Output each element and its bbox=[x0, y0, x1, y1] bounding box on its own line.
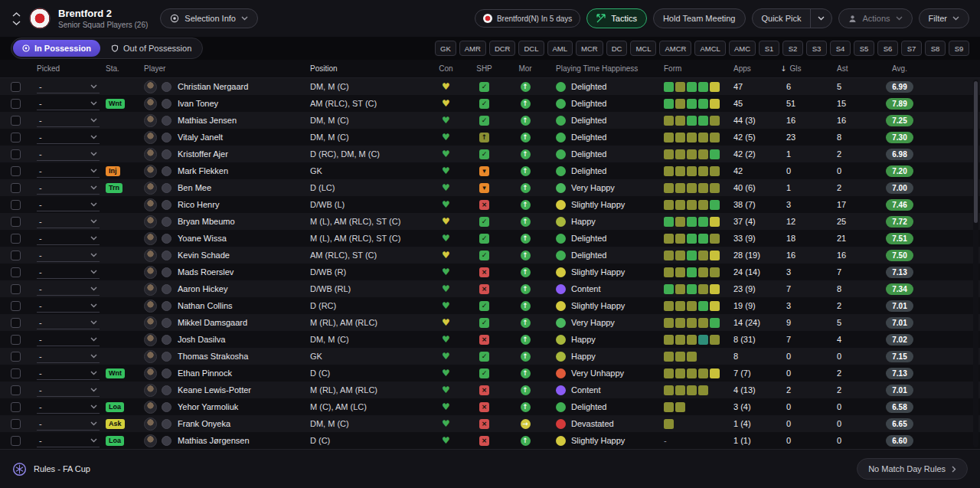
col-sharpness[interactable]: SHP bbox=[463, 60, 505, 77]
table-row[interactable]: - Christian Nergaard DM, M (C) ♥ ✓ ↑ Del… bbox=[0, 78, 980, 95]
chevron-up-icon[interactable] bbox=[12, 12, 21, 17]
col-picked[interactable]: Picked bbox=[31, 60, 104, 77]
table-row[interactable]: - Thomas Strakosha GK ♥ ✓ ↑ Happy 8 0 0 … bbox=[0, 348, 980, 365]
position-filter-s7[interactable]: S7 bbox=[901, 41, 922, 56]
position-filter-gk[interactable]: GK bbox=[435, 41, 456, 56]
picked-dropdown[interactable]: - bbox=[37, 97, 100, 110]
row-checkbox[interactable] bbox=[11, 200, 21, 210]
col-average-rating[interactable]: Avg. bbox=[869, 60, 930, 77]
row-checkbox[interactable] bbox=[11, 385, 21, 395]
club-crest-icon[interactable] bbox=[29, 8, 51, 29]
position-filter-dc[interactable]: DC bbox=[606, 41, 628, 56]
actions-button[interactable]: Actions bbox=[838, 8, 912, 28]
table-row[interactable]: - Nathan Collins D (RC) ♥ ✓ ↑ Slightly H… bbox=[0, 297, 980, 314]
picked-dropdown[interactable]: - bbox=[37, 349, 100, 363]
position-filter-amc[interactable]: AMC bbox=[729, 41, 756, 56]
row-checkbox[interactable] bbox=[11, 301, 21, 311]
picked-dropdown[interactable]: - bbox=[37, 181, 100, 195]
position-filter-mcr[interactable]: MCR bbox=[576, 41, 603, 56]
col-position[interactable]: Position bbox=[306, 60, 429, 77]
col-player[interactable]: Player bbox=[135, 60, 306, 77]
table-row[interactable]: - Bryan Mbeumo M (L), AM (RLC), ST (C) ♥… bbox=[0, 213, 980, 230]
player-cell[interactable]: Mark Flekken bbox=[135, 162, 306, 179]
player-cell[interactable]: Mikkel Damsgaard bbox=[135, 314, 306, 331]
picked-dropdown[interactable]: - bbox=[37, 299, 100, 313]
picked-dropdown[interactable]: - bbox=[37, 231, 100, 245]
col-apps[interactable]: Apps bbox=[727, 60, 777, 77]
row-checkbox[interactable] bbox=[11, 267, 21, 277]
col-morale[interactable]: Mor bbox=[505, 60, 545, 77]
row-checkbox[interactable] bbox=[11, 284, 21, 294]
position-filter-s9[interactable]: S9 bbox=[949, 41, 969, 56]
position-filter-s6[interactable]: S6 bbox=[877, 41, 898, 56]
player-cell[interactable]: Christian Nergaard bbox=[135, 78, 306, 95]
player-cell[interactable]: Ethan Pinnock bbox=[135, 365, 306, 382]
player-cell[interactable]: Mathias Jensen bbox=[135, 112, 306, 129]
hold-team-meeting-button[interactable]: Hold Team Meeting bbox=[653, 8, 746, 28]
player-cell[interactable]: Ivan Toney bbox=[135, 95, 306, 112]
player-cell[interactable]: Mads Roerslev bbox=[135, 264, 306, 280]
position-filter-amr[interactable]: AMR bbox=[459, 41, 486, 56]
picked-dropdown[interactable]: - bbox=[37, 113, 100, 127]
row-checkbox[interactable] bbox=[11, 116, 21, 126]
tab-out-of-possession[interactable]: Out of Possession bbox=[102, 40, 201, 57]
row-checkbox[interactable] bbox=[11, 217, 21, 227]
row-checkbox[interactable] bbox=[11, 251, 21, 260]
position-filter-s5[interactable]: S5 bbox=[854, 41, 874, 56]
row-checkbox[interactable] bbox=[11, 82, 21, 92]
table-row[interactable]: - Inj Mark Flekken GK ♥ ▾ ↑ Delighted 42… bbox=[0, 162, 980, 179]
row-checkbox[interactable] bbox=[11, 402, 21, 412]
row-checkbox[interactable] bbox=[11, 149, 21, 159]
picked-dropdown[interactable]: - bbox=[37, 316, 100, 329]
table-row[interactable]: - Kevin Schade AM (RLC), ST (C) ♥ ✓ ↑ De… bbox=[0, 247, 980, 264]
table-row[interactable]: - Josh Dasilva DM, M (C) ♥ × ↑ Happy 8 (… bbox=[0, 331, 980, 348]
selection-info-button[interactable]: Selection Info bbox=[160, 8, 258, 28]
player-cell[interactable]: Bryan Mbeumo bbox=[135, 213, 306, 230]
table-row[interactable]: - Rico Henry D/WB (L) ♥ × ↑ Slightly Hap… bbox=[0, 196, 980, 213]
nav-history[interactable] bbox=[11, 12, 21, 25]
row-checkbox[interactable] bbox=[11, 133, 21, 142]
row-checkbox[interactable] bbox=[11, 166, 21, 176]
position-filter-s2[interactable]: S2 bbox=[782, 41, 803, 56]
picked-dropdown[interactable]: - bbox=[37, 383, 100, 397]
quick-pick-button[interactable]: Quick Pick bbox=[752, 8, 833, 28]
row-checkbox[interactable] bbox=[11, 318, 21, 328]
row-checkbox[interactable] bbox=[11, 419, 21, 429]
player-cell[interactable]: Kevin Schade bbox=[135, 247, 306, 264]
filter-button[interactable]: Filter bbox=[919, 8, 969, 28]
player-cell[interactable]: Nathan Collins bbox=[135, 297, 306, 314]
table-row[interactable]: - Vitaly Janelt DM, M (C) ♥ ↑ ↑ Delighte… bbox=[0, 129, 980, 146]
picked-dropdown[interactable]: - bbox=[37, 400, 100, 414]
player-cell[interactable]: Frank Onyeka bbox=[135, 415, 306, 432]
player-cell[interactable]: Josh Dasilva bbox=[135, 331, 306, 348]
next-match-pill[interactable]: Brentford(N) In 5 days bbox=[475, 9, 580, 28]
picked-dropdown[interactable]: - bbox=[37, 366, 100, 380]
position-filter-mcl[interactable]: MCL bbox=[630, 41, 656, 56]
position-filter-dcl[interactable]: DCL bbox=[518, 41, 544, 56]
col-happiness[interactable]: Playing Time Happiness bbox=[545, 60, 655, 77]
picked-dropdown[interactable]: - bbox=[37, 147, 100, 161]
table-row[interactable]: - Aaron Hickey D/WB (RL) ♥ × ↑ Content 2… bbox=[0, 280, 980, 297]
tactics-button[interactable]: Tactics bbox=[586, 8, 647, 28]
position-filter-amcr[interactable]: AMCR bbox=[659, 41, 691, 56]
row-checkbox[interactable] bbox=[11, 436, 21, 446]
picked-dropdown[interactable]: - bbox=[37, 332, 100, 346]
player-cell[interactable]: Keane Lewis-Potter bbox=[135, 382, 306, 398]
no-match-day-rules-button[interactable]: No Match Day Rules bbox=[857, 458, 968, 480]
picked-dropdown[interactable]: - bbox=[37, 282, 100, 296]
position-filter-s8[interactable]: S8 bbox=[925, 41, 946, 56]
scrollbar-thumb[interactable] bbox=[974, 81, 978, 223]
table-row[interactable]: - Keane Lewis-Potter M (RL), AM (RLC) ♥ … bbox=[0, 382, 980, 398]
player-cell[interactable]: Thomas Strakosha bbox=[135, 348, 306, 365]
row-checkbox[interactable] bbox=[11, 352, 21, 362]
row-checkbox[interactable] bbox=[11, 368, 21, 378]
picked-dropdown[interactable]: - bbox=[37, 198, 100, 211]
col-goals[interactable]: ↓ Gls bbox=[777, 60, 827, 77]
picked-dropdown[interactable]: - bbox=[37, 265, 100, 279]
col-condition[interactable]: Con bbox=[429, 60, 463, 77]
col-form[interactable]: Form bbox=[655, 60, 727, 77]
player-cell[interactable]: Vitaly Janelt bbox=[135, 129, 306, 146]
table-row[interactable]: - Trn Ben Mee D (LC) ♥ ▾ ↑ Very Happy 40… bbox=[0, 179, 980, 196]
picked-dropdown[interactable]: - bbox=[37, 215, 100, 228]
row-checkbox[interactable] bbox=[11, 234, 21, 244]
